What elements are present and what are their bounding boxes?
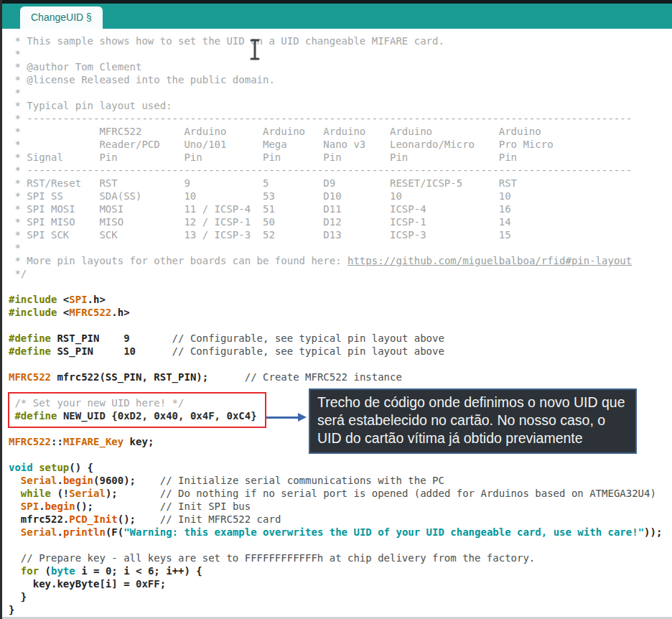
code-line — [9, 319, 672, 332]
annotation-callout: Trecho de código onde definimos o novo U… — [309, 388, 637, 454]
code-line: * SPI MOSI MOSI 11 / ICSP-4 51 D11 ICSP-… — [9, 203, 672, 215]
code-line: * @author Tom Clement — [9, 60, 672, 73]
code-line — [9, 358, 672, 371]
code-line: SPI.begin(); // Init SPI bus — [9, 500, 672, 513]
code-line: */ — [9, 267, 672, 280]
code-editor[interactable]: * This sample shows how to set the UID o… — [2, 29, 672, 619]
code-line: Serial.begin(9600); // Initialize serial… — [9, 474, 672, 487]
code-line: #define RST_PIN 9 // Configurable, see t… — [9, 332, 672, 345]
code-line: * Reader/PCD Uno/101 Mega Nano v3 Leonar… — [9, 138, 672, 151]
code-line: * SPI SCK SCK 13 / ICSP-3 52 D13 ICSP-3 … — [9, 228, 672, 241]
code-line: * — [9, 47, 672, 60]
code-line: * Signal Pin Pin Pin Pin Pin Pin — [9, 151, 672, 164]
code-line: * More pin layouts for other boards can … — [9, 254, 672, 267]
code-line: * --------------------------------------… — [9, 164, 672, 177]
code-line: * @license Released into the public doma… — [9, 73, 672, 86]
code-line: * MFRC522 Arduino Arduino Arduino Arduin… — [9, 125, 672, 138]
code-line: // Prepare key - all keys are set to FFF… — [9, 551, 672, 564]
window-top-edge — [0, 0, 672, 4]
code-line: #define SS_PIN 10 // Configurable, see t… — [9, 345, 672, 358]
github-pin-layout-link[interactable]: https://github.com/miguelbalboa/rfid#pin… — [347, 255, 632, 266]
highlight-box — [8, 392, 266, 428]
code-line: * — [9, 86, 672, 99]
annotation-arrow-icon — [266, 413, 307, 422]
code-line: mfrc522.PCD_Init(); // Init MFRC522 card — [9, 513, 672, 526]
code-line: * This sample shows how to set the UID o… — [9, 34, 672, 47]
code-line: * RST/Reset RST 9 5 D9 RESET/ICSP-5 RST — [9, 177, 672, 190]
code-line: for (byte i = 0; i < 6; i++) { — [9, 564, 672, 577]
code-line: while (!Serial); // Do nothing if no ser… — [9, 487, 672, 500]
code-line: void setup() { — [9, 461, 672, 474]
code-line: } — [9, 603, 672, 616]
code-line: MFRC522 mfrc522(SS_PIN, RST_PIN); // Cre… — [9, 371, 672, 383]
tab-changeuid[interactable]: ChangeUID § — [20, 6, 103, 29]
ide-window: ChangeUID § * This sample shows how to s… — [0, 0, 672, 619]
code-line: * Typical pin layout used: — [9, 99, 672, 112]
code-line: * SPI MISO MISO 12 / ICSP-1 50 D12 ICSP-… — [9, 215, 672, 228]
code-line: key.keyByte[i] = 0xFF; — [9, 577, 672, 590]
code-line: #include <MFRC522.h> — [9, 306, 672, 319]
code-line — [9, 539, 672, 551]
text-cursor-icon — [249, 39, 261, 60]
code-line: * --------------------------------------… — [9, 112, 672, 125]
code-line: * — [9, 241, 672, 254]
code-line — [9, 280, 672, 293]
code-line: Serial.println(F("Warning: this example … — [9, 526, 672, 539]
code-line: #include <SPI.h> — [9, 293, 672, 306]
code-line: } — [9, 590, 672, 603]
code-line: * SPI SS SDA(SS) 10 53 D10 10 10 — [9, 190, 672, 203]
